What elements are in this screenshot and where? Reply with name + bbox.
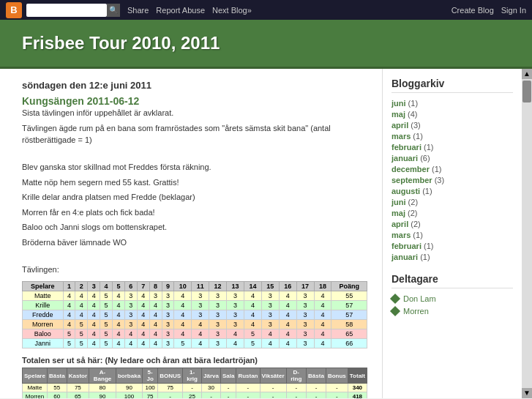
scroll-thumb[interactable] — [522, 81, 531, 102]
search-button[interactable]: 🔍 — [107, 4, 120, 17]
report-abuse-link[interactable]: Report Abuse — [156, 6, 205, 15]
archive-item: februari (1) — [391, 143, 513, 152]
followers-title: Deltagare — [391, 273, 513, 288]
archive-item: maj (2) — [391, 209, 513, 217]
table-row: Morren45454344344334343458 — [23, 320, 367, 329]
table-row: Matte5575809010075-30------340 — [23, 384, 367, 392]
archive-item: maj (4) — [391, 110, 513, 119]
archive-item: februari (1) — [391, 242, 513, 250]
archive-item: december (1) — [391, 165, 513, 174]
follower-diamond-icon — [390, 306, 400, 316]
top-nav-links: Share Report Abuse Next Blog» — [127, 6, 452, 15]
create-blog-link[interactable]: Create Blog — [452, 6, 494, 15]
table-row: Baloo55454444344345443465 — [23, 329, 367, 339]
archive-item: april (3) — [391, 121, 513, 130]
archive-link[interactable]: april — [391, 220, 408, 228]
archive-item: april (2) — [391, 220, 513, 228]
sign-in-link[interactable]: Sign In — [501, 6, 526, 15]
archive-item: juni (1) — [391, 99, 513, 108]
archive-item: mars (1) — [391, 231, 513, 239]
archive-link[interactable]: februari — [391, 143, 422, 152]
archive-link[interactable]: mars — [391, 132, 411, 141]
archive-link[interactable]: februari — [391, 242, 422, 250]
search-input[interactable] — [26, 4, 107, 17]
follower-item: Don Lam — [391, 294, 513, 303]
archive-link[interactable]: januari — [391, 253, 418, 261]
archive-title: Bloggarkiv — [391, 78, 513, 93]
archive-link[interactable]: december — [391, 165, 430, 174]
archive-link[interactable]: maj — [391, 209, 405, 217]
totals-table: Spelare Bästa Kastor A-Bange borbaka 5-J… — [22, 368, 367, 398]
post-title-link[interactable]: Kungsängen 2011-06-12 — [22, 95, 139, 107]
table-row: Krille44454344343334343457 — [23, 301, 367, 310]
follower-link[interactable]: Don Lam — [403, 294, 436, 303]
share-link[interactable]: Share — [127, 6, 149, 15]
blog-title: Frisbee Tour 2010, 2011 — [22, 33, 517, 53]
archive-link[interactable]: juni — [391, 198, 406, 206]
blog-header: Frisbee Tour 2010, 2011 — [0, 20, 532, 69]
archive-item: juni (2) — [391, 198, 513, 206]
archive-item: september (3) — [391, 176, 513, 184]
archive-link[interactable]: januari — [391, 154, 418, 163]
result-table: Spelare 123 456 789 101112 131415 161718… — [22, 281, 367, 348]
follower-item: Morren — [391, 307, 513, 316]
scroll-up-button[interactable]: ▲ — [522, 69, 532, 79]
main-layout: söndagen den 12:e juni 2011 Kungsängen 2… — [0, 69, 532, 398]
content-area: söndagen den 12:e juni 2011 Kungsängen 2… — [0, 69, 383, 398]
top-nav-right: Create Blog Sign In — [452, 6, 526, 15]
table-row: Matte44454343343334343455 — [23, 291, 367, 301]
scroll-down-button[interactable]: ▼ — [522, 388, 532, 398]
archive-item: augusti (1) — [391, 187, 513, 195]
archive-list: juni (1)maj (4)april (3)mars (1)februari… — [391, 99, 513, 261]
blogger-logo: B — [6, 2, 22, 18]
top-navigation-bar: B 🔍 Share Report Abuse Next Blog» Create… — [0, 0, 532, 20]
sidebar: Bloggarkiv juni (1)maj (4)april (3)mars … — [383, 69, 522, 398]
table-row: Morren60659010075-25-------418 — [23, 392, 367, 399]
post-date: söndagen den 12:e juni 2011 — [22, 80, 367, 91]
next-blog-link[interactable]: Next Blog» — [212, 6, 252, 15]
archive-item: januari (6) — [391, 154, 513, 163]
archive-link[interactable]: mars — [391, 231, 411, 239]
post-body: Sista tävlingen inför uppehållet är avkl… — [22, 107, 367, 275]
archive-item: mars (1) — [391, 132, 513, 141]
archive-link[interactable]: augusti — [391, 187, 420, 195]
table-row: Fredde44454344343334343457 — [23, 310, 367, 320]
archive-link[interactable]: maj — [391, 110, 405, 119]
archive-link[interactable]: september — [391, 176, 432, 184]
table-row: Janni55454444354345443466 — [23, 339, 367, 348]
archive-link[interactable]: april — [391, 121, 408, 130]
follower-diamond-icon — [390, 294, 400, 304]
archive-item: januari (1) — [391, 253, 513, 261]
follower-list: Don LamMorren — [391, 294, 513, 316]
scrollbar[interactable]: ▲ ▼ — [522, 69, 532, 398]
follower-link[interactable]: Morren — [403, 307, 429, 316]
totals-label: Totalen ser ut så här: (Ny ledare och år… — [22, 356, 367, 365]
archive-link[interactable]: juni — [391, 99, 406, 108]
